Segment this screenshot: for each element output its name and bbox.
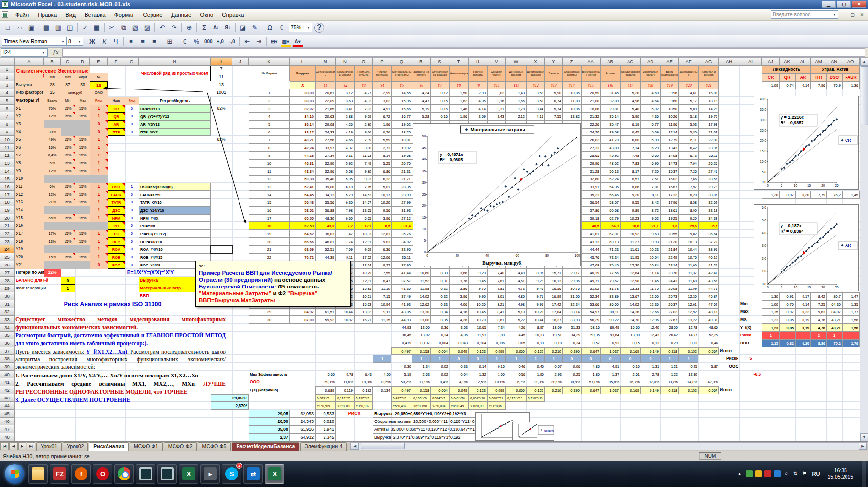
cell-AF20[interactable]: 9,20 <box>679 214 698 222</box>
cell-AA22[interactable]: 41,81 <box>581 230 601 238</box>
cell-K18[interactable]: 15 <box>249 199 290 206</box>
cell-AJ17[interactable]: 1,28 <box>762 191 780 199</box>
cell-AG42[interactable]: 0,567 <box>698 386 719 394</box>
cell-B26[interactable] <box>44 261 61 269</box>
cell-AD38[interactable]: 0 <box>641 355 660 363</box>
menu-item-6[interactable]: Данные <box>167 10 196 19</box>
cell-X37[interactable]: 0,120 <box>526 347 545 355</box>
cell-Q41[interactable]: 50,2% <box>391 378 412 386</box>
cell-H18[interactable]: TATR=X/Y10 <box>139 199 211 206</box>
cell-AK36[interactable]: 0,82 <box>780 339 795 347</box>
cell-AA21[interactable]: 40,5 <box>581 222 601 230</box>
cell-K41[interactable]: ООО <box>249 378 290 386</box>
cell-M24[interactable]: 52,51 <box>315 245 336 253</box>
cell-Y33[interactable]: 18,27 <box>545 316 563 324</box>
print-preview-icon[interactable]: ◫ <box>65 22 75 33</box>
cell-P18[interactable]: 10,20 <box>373 199 391 206</box>
chart-main[interactable]: 02040608010005101520253035404550y = 0,49… <box>413 123 581 266</box>
cell-E14[interactable]: 1 <box>90 167 108 175</box>
cell-T43[interactable]: 0,049*Y8+ <box>449 394 469 402</box>
cell-S29[interactable]: 0,32 <box>431 285 449 292</box>
cell-AE18[interactable]: 17,96 <box>660 199 679 206</box>
cell-AL33[interactable]: 0,19 <box>795 316 811 324</box>
cell-C22[interactable]: 15% <box>61 230 75 238</box>
cell-L12[interactable]: 44,28 <box>290 152 315 159</box>
cell-H8[interactable]: AR=Y5/Y13 <box>139 120 211 128</box>
cell-A16[interactable]: У11 <box>15 183 44 191</box>
cell-A25[interactable]: У20 <box>15 253 44 261</box>
row-header-47[interactable]: 47 <box>0 425 15 433</box>
cell-AI33[interactable]: МХ <box>739 316 762 324</box>
cell-D5[interactable]: Max <box>75 97 90 105</box>
cell-Q31[interactable]: 41,93 <box>391 300 412 308</box>
cell-L1[interactable]: Выручка <box>290 66 315 81</box>
cell-V7[interactable]: 3,43 <box>487 112 506 120</box>
cell-L32[interactable]: 84,97 <box>290 308 315 316</box>
cell-P21[interactable]: 8,5 <box>373 222 391 230</box>
cell-AB22[interactable]: 67,01 <box>601 230 620 238</box>
cell-L11[interactable]: 42,24 <box>290 144 315 152</box>
cell-AE27[interactable]: 23,78 <box>660 269 679 277</box>
help-icon[interactable]: ? <box>314 23 324 33</box>
fill-color-icon[interactable]: ▨▾ <box>281 36 291 47</box>
cell-A19[interactable]: У14 <box>15 206 44 214</box>
sheet-tab-РасчетМоделиБаланса[interactable]: РасчетМоделиБаланса <box>232 442 299 451</box>
row-header-2[interactable]: 2 <box>0 73 15 81</box>
cell-AE1[interactable]: Всего краткосрочн <box>660 66 679 81</box>
cell-T28[interactable]: 3,76 <box>449 277 469 285</box>
cell-N15[interactable]: 5,95 <box>336 175 354 183</box>
cell-E2[interactable]: № <box>90 73 108 81</box>
cell-P19[interactable]: 9,56 <box>373 206 391 214</box>
cell-AG28[interactable]: 43,56 <box>698 277 719 285</box>
cell-AA29[interactable]: 51,02 <box>581 285 601 292</box>
cell-AG18[interactable]: 32,02 <box>698 199 719 206</box>
cell-M3[interactable]: Y1 <box>315 81 336 89</box>
cell-AC5[interactable]: 4,96 <box>620 97 641 105</box>
permission-icon[interactable]: ▤ <box>41 22 52 33</box>
cell-V38[interactable]: 1 <box>487 355 506 363</box>
cell-AN35[interactable]: 1 <box>826 332 842 339</box>
cell-AF16[interactable]: 7,97 <box>679 183 698 191</box>
cell-O13[interactable]: 7,49 <box>354 159 373 167</box>
cell-X30[interactable]: 9,71 <box>526 292 545 300</box>
cell-AG21[interactable]: 35,5 <box>698 222 719 230</box>
cell-O29[interactable]: 15,85 <box>354 285 373 292</box>
cell-M13[interactable]: 32,90 <box>315 159 336 167</box>
cell-AD15[interactable]: 7,51 <box>641 175 660 183</box>
column-header-AD[interactable]: AD <box>641 58 660 66</box>
cell-N41[interactable]: 11,6% <box>336 378 354 386</box>
cell-AM17[interactable]: 7,79 <box>811 191 826 199</box>
cell-AO2[interactable]: FAUR <box>842 73 860 81</box>
cell-B19[interactable] <box>44 206 61 214</box>
cell-F25[interactable]: ROE <box>108 253 125 261</box>
cell-AF31[interactable]: 12,61 <box>679 300 698 308</box>
cell-O7[interactable]: 9,59 <box>354 112 373 120</box>
currency-icon[interactable]: € <box>179 36 190 47</box>
cell-AA40[interactable]: -1,80 <box>581 371 601 378</box>
cell-AG6[interactable]: 14,22 <box>698 105 719 112</box>
sort-ascending-icon[interactable]: А↓ <box>211 22 221 33</box>
cell-C20[interactable]: 15% <box>61 214 75 222</box>
cell-AM1[interactable]: Управ. Актив <box>811 66 860 73</box>
language-indicator[interactable]: RU <box>811 471 822 477</box>
cell-AJ36[interactable]: 1,15 <box>762 339 780 347</box>
cell-E27[interactable]: B=1/X*Y=(X'X)⁻¹X'Y <box>90 269 211 277</box>
cell-AA20[interactable]: 39,18 <box>581 214 601 222</box>
cell-Q18[interactable]: 27,99 <box>391 199 412 206</box>
cell-S30[interactable]: 0,32 <box>431 292 449 300</box>
row-header-36[interactable]: 36 <box>0 339 15 347</box>
cell-L3[interactable]: X <box>290 81 315 89</box>
cell-AE17[interactable]: 17,32 <box>660 191 679 199</box>
cell-K42[interactable]: F(X) (матрично) <box>249 386 315 394</box>
cell-V40[interactable]: -1,00 <box>487 371 506 378</box>
cell-O1[interactable]: Прибыль (убыто <box>354 66 373 81</box>
column-header-AF[interactable]: AF <box>679 58 698 66</box>
cell-D25[interactable]: 15% <box>75 253 90 261</box>
cell-M10[interactable]: 27,56 <box>315 136 336 144</box>
cell-AB38[interactable]: 0 <box>601 355 620 363</box>
omega-icon[interactable]: Ω <box>264 22 275 33</box>
cell-P1[interactable]: Чистая прибыль <box>373 66 391 81</box>
scroll-left-icon[interactable]: ◀ <box>351 443 359 450</box>
row-header-35[interactable]: 35 <box>0 332 15 339</box>
cell-AL3[interactable]: 0,14 <box>795 81 811 89</box>
